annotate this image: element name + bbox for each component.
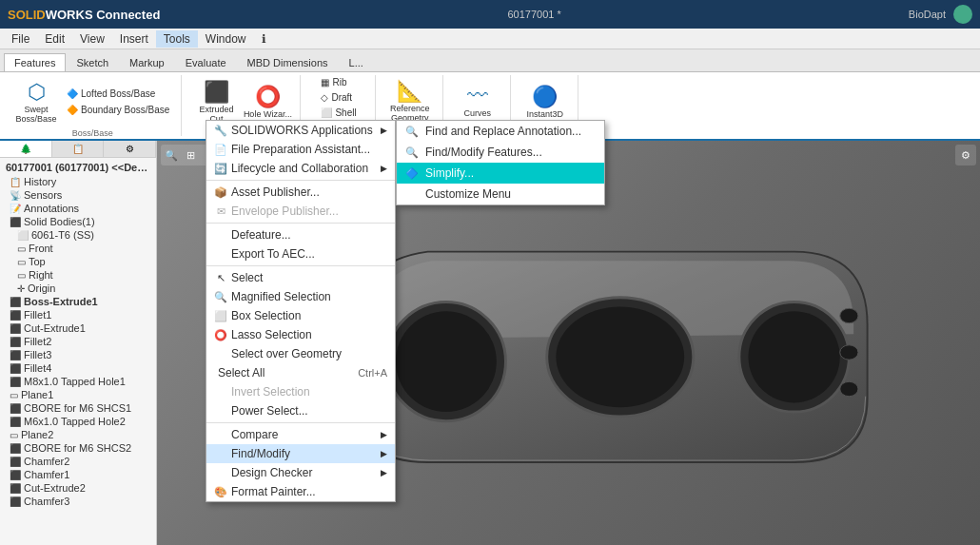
m8-tapped-icon: ⬛ <box>10 377 21 387</box>
submenu-simplify[interactable]: 🔷Simplify... <box>397 163 604 184</box>
ft-item-plane1[interactable]: ▭Plane1 <box>2 388 154 401</box>
cut-extrude2-icon: ⬛ <box>10 483 21 494</box>
ft-item-m6-tapped2[interactable]: ⬛M6x1.0 Tapped Hole2 <box>2 415 154 428</box>
vp-tool-search[interactable]: 🔍 <box>163 146 180 164</box>
fillet2-icon: ⬛ <box>10 337 21 347</box>
ft-item-fillet3[interactable]: ⬛Fillet3 <box>2 348 154 361</box>
vp-tool-settings[interactable]: ⚙ <box>957 146 974 164</box>
menu-lasso-select[interactable]: ⭕Lasso Selection <box>206 325 395 344</box>
ft-item-sensors[interactable]: 📡Sensors <box>2 188 154 202</box>
extruded-cut-icon: ⬛ <box>204 80 229 105</box>
btn-ref-geometry[interactable]: 📐 Reference Geometry <box>385 75 435 127</box>
btn-swept-boss[interactable]: ⬡ Swept Boss/Base <box>11 75 61 128</box>
user-avatar[interactable] <box>953 5 972 24</box>
btn-curves[interactable]: 〰 Curves <box>453 75 502 127</box>
menu-view[interactable]: View <box>72 30 112 48</box>
ft-item-fillet2[interactable]: ⬛Fillet2 <box>2 335 154 348</box>
ft-item-chamfer1[interactable]: ⬛Chamfer1 <box>2 468 154 481</box>
menu-insert[interactable]: Insert <box>112 30 156 48</box>
menu-compare[interactable]: Compare <box>206 425 395 444</box>
lifecycle-icon: 🔄 <box>214 163 227 175</box>
ribbon-tabs: Features Sketch Markup Evaluate MBD Dime… <box>0 49 980 72</box>
cbore1-icon: ⬛ <box>10 403 21 414</box>
ft-item-cut-extrude1[interactable]: ⬛Cut-Extrude1 <box>2 321 154 335</box>
ft-item-fillet1[interactable]: ⬛Fillet1 <box>2 308 154 321</box>
curves-icon: 〰 <box>467 84 488 108</box>
sw-apps-icon: 🔧 <box>214 125 227 137</box>
ft-item-boss-extrude1[interactable]: ⬛Boss-Extrude1 <box>2 295 154 308</box>
window-title: 60177001 * <box>507 9 560 20</box>
ft-item-front[interactable]: ▭Front <box>2 242 154 255</box>
ft-item-plane2[interactable]: ▭Plane2 <box>2 428 154 441</box>
ft-item-history[interactable]: 📋History <box>2 175 154 188</box>
sensors-icon: 📡 <box>10 190 21 201</box>
tab-sketch[interactable]: Sketch <box>66 53 119 71</box>
menu-design-checker[interactable]: Design Checker <box>206 463 395 482</box>
ft-item-cut-extrude2[interactable]: ⬛Cut-Extrude2 <box>2 481 154 495</box>
ft-item-origin[interactable]: ✛Origin <box>2 282 154 295</box>
tab-markup[interactable]: Markup <box>119 53 175 71</box>
curves-label: Curves <box>463 108 491 118</box>
menu-tools[interactable]: Tools <box>156 30 198 48</box>
ft-item-solid-bodies[interactable]: ⬛Solid Bodies(1) <box>2 215 154 228</box>
shell-icon: ⬜ <box>321 107 332 118</box>
topbar-right: BioDapt <box>909 5 972 24</box>
menu-export-aec[interactable]: Export To AEC... <box>206 244 395 263</box>
submenu-find-replace-annotation[interactable]: 🔍Find and Replace Annotation... <box>397 121 604 142</box>
ft-item-top[interactable]: ▭Top <box>2 255 154 268</box>
tab-mbd[interactable]: MBD Dimensions <box>237 53 339 71</box>
feature-tree-content: 60177001 (60177001) <<Default>_Phon 📋His… <box>0 158 156 510</box>
part-small-hole2 <box>840 345 858 360</box>
ft-item-right[interactable]: ▭Right <box>2 268 154 282</box>
tab-more[interactable]: L... <box>339 53 374 71</box>
chamfer1-icon: ⬛ <box>10 470 21 480</box>
topbar: SOLIDWORKS Connected 60177001 * BioDapt <box>0 0 980 29</box>
menu-magnified-select[interactable]: 🔍Magnified Selection <box>206 287 395 306</box>
ft-item-m8-tapped[interactable]: ⬛M8x1.0 Tapped Hole1 <box>2 375 154 388</box>
ft-tab-features[interactable]: 🌲 <box>0 141 52 157</box>
ft-item-cbore2[interactable]: ⬛CBORE for M6 SHCS2 <box>2 441 154 455</box>
submenu-find-modify-features[interactable]: 🔍Find/Modify Features... <box>397 142 604 163</box>
magnified-icon: 🔍 <box>214 291 227 303</box>
btn-rib[interactable]: ▦ Rib <box>317 75 360 89</box>
menu-select[interactable]: ↖Select <box>206 268 395 287</box>
menu-window[interactable]: Window <box>198 30 254 48</box>
plane1-icon: ▭ <box>10 390 18 400</box>
ft-item-chamfer3[interactable]: ⬛Chamfer3 <box>2 495 154 508</box>
material-icon: ⬜ <box>17 230 29 241</box>
menu-file[interactable]: File <box>4 30 37 48</box>
menu-power-select[interactable]: Power Select... <box>206 401 395 420</box>
btn-lofted-boss[interactable]: 🔷 Lofted Boss/Base <box>63 87 173 101</box>
menu-asset-publisher[interactable]: 📦Asset Publisher... <box>206 183 395 202</box>
annotations-icon: 📝 <box>10 204 21 214</box>
btn-shell[interactable]: ⬜ Shell <box>317 106 360 120</box>
menu-find-modify[interactable]: Find/Modify <box>206 444 395 463</box>
submenu-customize-menu[interactable]: Customize Menu <box>397 184 604 204</box>
ft-tab-properties[interactable]: 📋 <box>52 141 105 157</box>
ft-item-fillet4[interactable]: ⬛Fillet4 <box>2 361 154 375</box>
ft-item-chamfer2[interactable]: ⬛Chamfer2 <box>2 455 154 468</box>
part-hole-left-inner <box>396 311 497 412</box>
feature-tree-header: 60177001 (60177001) <<Default>_Phon <box>2 160 154 175</box>
menu-sw-apps[interactable]: 🔧SOLIDWORKS Applications <box>206 121 395 140</box>
menu-file-prep[interactable]: 📄File Preparation Assistant... <box>206 140 395 159</box>
menu-help[interactable]: ℹ <box>254 30 274 48</box>
menu-lifecycle[interactable]: 🔄Lifecycle and Collaboration <box>206 159 395 178</box>
boundary-boss-icon: 🔶 <box>67 105 78 115</box>
menu-edit[interactable]: Edit <box>37 30 72 48</box>
menu-select-all[interactable]: Select AllCtrl+A <box>206 363 395 382</box>
tab-features[interactable]: Features <box>4 53 66 71</box>
tab-evaluate[interactable]: Evaluate <box>175 53 237 71</box>
menu-format-painter[interactable]: 🎨Format Painter... <box>206 482 395 501</box>
btn-boundary-boss[interactable]: 🔶 Boundary Boss/Base <box>63 103 173 117</box>
sep1 <box>206 180 395 181</box>
ft-item-annotations[interactable]: 📝Annotations <box>2 202 154 215</box>
menu-select-over-geometry[interactable]: Select over Geometry <box>206 344 395 363</box>
btn-draft[interactable]: ◇ Draft <box>317 90 360 105</box>
ft-item-cbore1[interactable]: ⬛CBORE for M6 SHCS1 <box>2 401 154 415</box>
ft-item-material[interactable]: ⬜6061-T6 (SS) <box>2 228 154 242</box>
ft-tab-config[interactable]: ⚙ <box>104 141 156 157</box>
menu-box-select[interactable]: ⬜Box Selection <box>206 306 395 325</box>
vp-tool-zoom-fit[interactable]: ⊞ <box>182 146 199 164</box>
menu-defeature[interactable]: Defeature... <box>206 225 395 244</box>
